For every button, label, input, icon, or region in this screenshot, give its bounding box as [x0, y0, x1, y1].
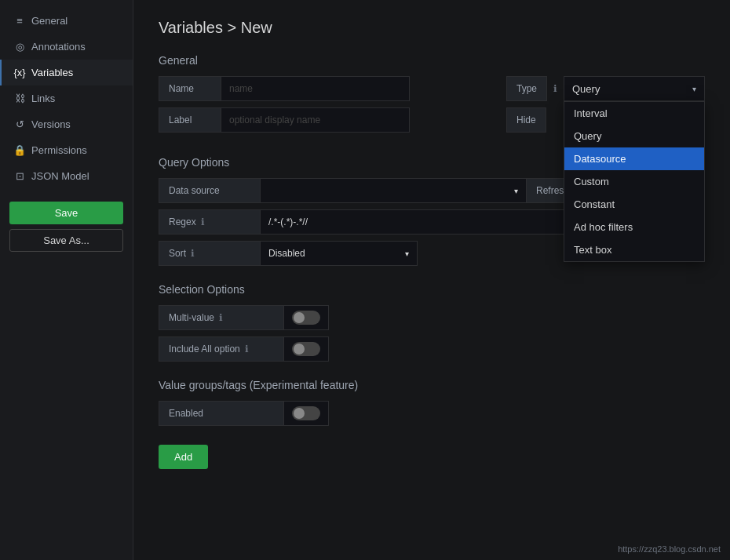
hide-field-label: Hide [506, 107, 546, 133]
include-all-info-icon[interactable]: ℹ [245, 344, 249, 355]
footer-url: https://zzq23.blog.csdn.net [618, 544, 721, 554]
sort-select[interactable]: Disabled ▾ [261, 241, 418, 266]
type-dropdown-value: Query [572, 83, 600, 95]
sidebar-item-label: Permissions [31, 144, 87, 156]
enabled-toggle-container [284, 401, 329, 426]
left-form: Name Label [159, 76, 491, 139]
main-content: Variables > New General Name Label Type [133, 0, 730, 560]
include-all-toggle-container [284, 336, 329, 362]
sidebar-item-label: Versions [31, 118, 71, 130]
label-row: Label [159, 107, 491, 133]
sidebar-item-links[interactable]: ⛓ Links [0, 85, 133, 111]
multi-value-toggle[interactable] [292, 311, 320, 325]
name-row: Name [159, 76, 491, 101]
label-field-label: Label [159, 107, 221, 133]
name-input[interactable] [221, 76, 410, 101]
dropdown-item-constant[interactable]: Constant [564, 193, 704, 216]
type-dropdown-wrapper: Query ▾ Interval Query Datasource Custom… [564, 76, 705, 101]
multi-value-row: Multi-value ℹ [159, 305, 705, 330]
dropdown-item-datasource[interactable]: Datasource [564, 147, 704, 170]
general-top: Name Label Type ℹ Query [159, 76, 705, 139]
versions-icon: ↺ [14, 119, 25, 130]
sidebar-item-label: Annotations [31, 41, 86, 53]
type-row: Type ℹ Query ▾ Interval Query Datasource [506, 76, 705, 101]
sidebar-item-versions[interactable]: ↺ Versions [0, 111, 133, 137]
include-all-row: Include All option ℹ [159, 336, 705, 362]
general-section-title: General [159, 54, 705, 67]
type-field-label: Type [506, 76, 547, 101]
label-input[interactable] [221, 107, 410, 133]
data-source-chevron-icon: ▾ [514, 187, 518, 195]
sidebar-item-label: General [31, 15, 68, 27]
sort-label: Sort ℹ [159, 241, 261, 266]
save-button[interactable]: Save [9, 202, 123, 224]
general-icon: ≡ [14, 16, 25, 27]
sidebar-item-label: Variables [31, 67, 73, 78]
right-form: Type ℹ Query ▾ Interval Query Datasource [506, 76, 705, 133]
enabled-label: Enabled [159, 401, 284, 426]
permissions-icon: 🔒 [14, 145, 25, 156]
type-dropdown-menu: Interval Query Datasource Custom Constan… [564, 101, 705, 262]
type-info-icon[interactable]: ℹ [553, 83, 557, 94]
sidebar-item-annotations[interactable]: ◎ Annotations [0, 34, 133, 60]
sort-info-icon[interactable]: ℹ [191, 248, 195, 259]
multi-value-toggle-container [284, 305, 329, 330]
selection-options-title: Selection Options [159, 283, 705, 296]
sidebar-item-permissions[interactable]: 🔒 Permissions [0, 137, 133, 163]
annotations-icon: ◎ [14, 42, 25, 53]
dropdown-item-ad-hoc[interactable]: Ad hoc filters [564, 216, 704, 238]
value-groups-title: Value groups/tags (Experimental feature) [159, 379, 705, 391]
sidebar-item-label: Links [31, 93, 55, 104]
sort-value: Disabled [268, 248, 305, 259]
variables-icon: {x} [14, 67, 25, 78]
add-button[interactable]: Add [159, 445, 208, 469]
dropdown-item-interval[interactable]: Interval [564, 102, 704, 125]
links-icon: ⛓ [14, 93, 25, 104]
page-title: Variables > New [159, 19, 705, 37]
data-source-select[interactable]: ▾ [261, 178, 527, 203]
multi-value-info-icon[interactable]: ℹ [219, 312, 223, 323]
dropdown-item-text-box[interactable]: Text box [564, 238, 704, 261]
multi-value-label: Multi-value ℹ [159, 305, 284, 330]
name-field-label: Name [159, 76, 221, 101]
sidebar: ≡ General ◎ Annotations {x} Variables ⛓ … [0, 0, 133, 560]
sidebar-item-label: JSON Model [31, 170, 89, 182]
regex-info-icon[interactable]: ℹ [201, 216, 205, 227]
sidebar-item-json-model[interactable]: ⊡ JSON Model [0, 163, 133, 189]
selection-options-section: Selection Options Multi-value ℹ Include … [159, 283, 705, 362]
general-section: General Name Label Type ℹ [159, 54, 705, 139]
sidebar-item-general[interactable]: ≡ General [0, 8, 133, 34]
value-groups-section: Value groups/tags (Experimental feature)… [159, 379, 705, 426]
dropdown-item-query[interactable]: Query [564, 125, 704, 147]
chevron-down-icon: ▾ [692, 85, 696, 93]
sidebar-buttons: Save Save As... [0, 192, 133, 261]
save-as-button[interactable]: Save As... [9, 229, 123, 252]
sidebar-item-variables[interactable]: {x} Variables [0, 60, 133, 85]
json-model-icon: ⊡ [14, 171, 25, 182]
dropdown-item-custom[interactable]: Custom [564, 170, 704, 193]
enabled-row: Enabled [159, 401, 705, 426]
data-source-label: Data source [159, 178, 261, 203]
include-all-toggle[interactable] [292, 342, 320, 356]
sort-chevron-icon: ▾ [405, 249, 409, 258]
enabled-toggle[interactable] [292, 406, 320, 420]
include-all-label: Include All option ℹ [159, 336, 284, 362]
regex-label: Regex ℹ [159, 209, 261, 235]
type-dropdown[interactable]: Query ▾ [564, 76, 705, 101]
